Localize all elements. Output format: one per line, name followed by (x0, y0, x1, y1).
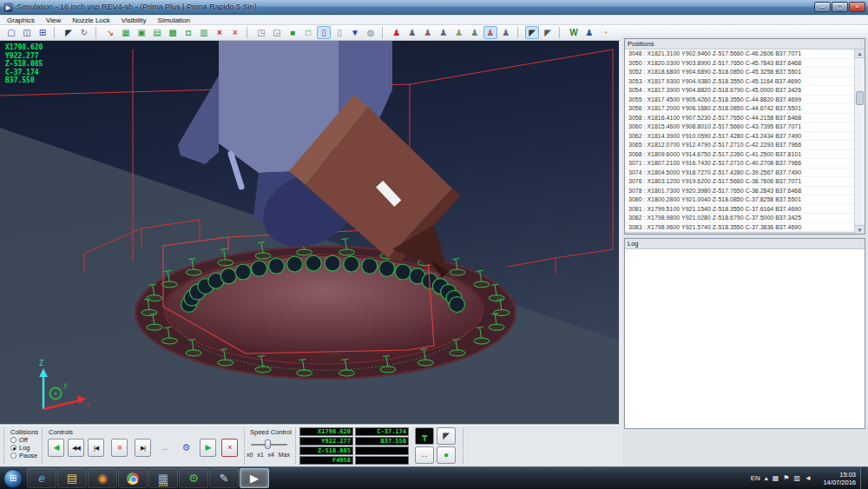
play-reverse-button[interactable]: ◀ (48, 439, 64, 457)
scene-canvas[interactable]: Z y x (0, 41, 619, 424)
play-button[interactable]: ▶ (200, 439, 216, 457)
solid-wire-icon[interactable]: □ (301, 26, 315, 39)
taskbar-windows-explorer[interactable]: ▤ (57, 468, 87, 488)
notes-view-icon[interactable]: ▯ (317, 26, 331, 39)
radio-pause-icon[interactable] (10, 453, 16, 459)
hands-jog-button[interactable]: ↔ (415, 446, 434, 464)
menu-simulation[interactable]: Simulation (158, 17, 190, 24)
nozzle-view-button[interactable]: ┳ (415, 427, 434, 445)
taskbar-media-player[interactable]: ◉ (88, 468, 117, 488)
position-row[interactable]: 3062 : X1814.3900 Y910.0590 Z-517.4280 C… (625, 132, 854, 142)
viewport-3d[interactable]: Z y x X1798.620Y922.277Z-518.085C-37.174… (0, 41, 619, 424)
scroll-down-icon[interactable]: ▼ (855, 225, 865, 234)
view-two-pane-icon[interactable]: ◫ (20, 26, 34, 39)
radio-off-icon[interactable] (10, 437, 16, 443)
show-clamps-icon[interactable]: ▩ (166, 26, 180, 39)
machine-pose-1-icon[interactable]: ♟ (405, 26, 419, 39)
position-row[interactable]: 3083 : X1798.9600 Y921.5740 Z-518.3550 C… (625, 223, 854, 233)
stop-button[interactable]: ■ (111, 439, 128, 457)
tray-grid-icon[interactable]: ▦ (773, 474, 779, 482)
fast-rewind-button[interactable]: ◀◀ (68, 439, 84, 457)
collision-option-pause[interactable]: Pause (10, 452, 37, 459)
position-row[interactable]: 3053 : X1817.9300 Y904.9380 Z-518.3550 C… (625, 77, 854, 87)
language-indicator[interactable]: EN (751, 474, 760, 482)
run-process-button[interactable]: ⚙ (177, 439, 195, 456)
tray-flag-icon[interactable]: ⚑ (783, 474, 789, 482)
pick-position-button[interactable]: ◤ (437, 427, 456, 445)
abort-button[interactable]: × (221, 439, 238, 457)
operator-remove-icon[interactable]: ♟ (390, 26, 404, 39)
show-head-icon[interactable]: ◘ (181, 26, 195, 39)
workcell-letters-icon[interactable]: W (567, 26, 581, 39)
show-desktop-button[interactable] (860, 467, 866, 489)
machine-pose-6-icon[interactable]: ♟ (483, 26, 497, 39)
run-to-collision-button[interactable]: → (155, 439, 174, 456)
show-fixture-icon[interactable]: ▤ (150, 26, 164, 39)
position-row[interactable]: 3074 : X1804.5000 Y918.7270 Z-517.4280 C… (625, 169, 854, 178)
operator-blue-icon[interactable]: ♟ (582, 26, 596, 39)
target-point-button[interactable]: ● (437, 446, 456, 464)
step-back-button[interactable]: |◀ (88, 439, 104, 457)
machine-pose-4-icon[interactable]: ♟ (452, 26, 466, 39)
taskbar-app-robot-cell[interactable]: ⚙ (179, 468, 208, 488)
clear-collision-marks-icon[interactable]: × (228, 26, 242, 39)
taskbar-app-design[interactable]: ✎ (209, 468, 239, 488)
taskbar-chrome[interactable] (118, 468, 148, 488)
machine-pose-7-icon[interactable]: ♟ (499, 26, 513, 39)
minimize-button[interactable]: – (814, 2, 831, 12)
collision-marks-icon[interactable]: × (213, 26, 227, 39)
fit-view-icon[interactable]: ↘ (103, 26, 117, 39)
frame-back-icon[interactable]: ◲ (270, 26, 284, 39)
clock[interactable]: 15:03 14/07/2016 (816, 471, 856, 486)
menu-view[interactable]: View (46, 17, 61, 24)
position-row[interactable]: 3056 : X1817.2000 Y906.1680 Z-518.0850 C… (625, 104, 854, 114)
position-row[interactable]: 3058 : X1816.4100 Y907.5230 Z-517.7650 C… (625, 114, 854, 123)
position-row[interactable]: 3082 : X1798.9800 Y921.0280 Z-518.6790 C… (625, 214, 854, 223)
document-view-icon[interactable]: ▯ (332, 26, 346, 39)
orbit-tool-icon[interactable]: ↻ (77, 26, 91, 39)
solid-shaded-icon[interactable]: ■ (286, 26, 299, 39)
step-forward-button[interactable]: ▶| (135, 439, 151, 457)
log-content[interactable] (625, 249, 865, 428)
session-clock-icon[interactable]: ◔ (598, 26, 612, 39)
menu-graphics[interactable]: Graphics (7, 17, 35, 24)
shield-filter-icon[interactable]: ▼ (348, 26, 362, 39)
position-row[interactable]: 3055 : X1817.4500 Y905.4260 Z-518.3550 C… (625, 96, 854, 105)
tray-volume-icon[interactable]: ◄ (805, 474, 812, 482)
material-drum-icon[interactable]: ◍ (364, 26, 378, 39)
machine-pose-5-icon[interactable]: ♟ (468, 26, 482, 39)
scroll-up-icon[interactable]: ▲ (855, 50, 865, 58)
select-cursor-icon[interactable]: ◤ (62, 26, 76, 39)
show-part-icon[interactable]: ▣ (135, 26, 148, 39)
radio-log-icon[interactable] (10, 445, 16, 451)
title-bar[interactable]: ▶ Simulation - 16 inch vsp REV4-sh - (Pr… (0, 0, 868, 15)
position-row[interactable]: 3065 : X1812.0700 Y912.4790 Z-517.2710 C… (625, 141, 854, 150)
scrollbar-track[interactable] (855, 58, 865, 225)
close-button[interactable]: × (849, 2, 865, 12)
taskbar-simulation-active[interactable]: ▶ (240, 468, 269, 488)
position-row[interactable]: 3050 : X1820.0300 Y903.8990 Z-517.7650 C… (625, 59, 854, 69)
maximize-button[interactable]: ▢ (832, 2, 848, 12)
tray-expand-icon[interactable]: ▴ (765, 474, 768, 482)
tray-display-icon[interactable]: ▥ (794, 474, 801, 482)
show-table-icon[interactable]: ▦ (119, 26, 133, 39)
collision-option-log[interactable]: Log (10, 444, 30, 452)
collision-option-off[interactable]: Off (10, 436, 28, 444)
pick-cursor-icon[interactable]: ◤ (525, 26, 539, 39)
view-four-pane-icon[interactable]: ⊞ (36, 26, 49, 39)
show-machine-icon[interactable]: ▥ (197, 26, 211, 39)
position-row[interactable]: 3078 : X1801.7300 Y920.3980 Z-517.7650 C… (625, 187, 854, 196)
position-row[interactable]: 3084 : X1798.6200 Y922.2770 Z-518.0850 C… (625, 232, 854, 234)
scrollbar-thumb[interactable] (856, 91, 864, 105)
position-row[interactable]: 3080 : X1800.2800 Y921.0040 Z-518.0850 C… (625, 195, 854, 205)
start-button[interactable]: ⊞ (3, 469, 23, 488)
menu-nozzle-lock[interactable]: Nozzle Lock (72, 17, 110, 24)
position-row[interactable]: 3068 : X1809.6000 Y914.6750 Z-517.2260 C… (625, 150, 854, 160)
view-single-icon[interactable]: ▢ (4, 26, 18, 39)
position-row[interactable]: 3052 : X1818.6800 Y904.6890 Z-518.0850 C… (625, 68, 854, 77)
position-row[interactable]: 3048 : X1821.3100 Y902.9460 Z-517.5660 C… (625, 50, 854, 59)
position-row[interactable]: 3081 : X1799.5100 Y921.1540 Z-518.3550 C… (625, 205, 854, 215)
taskbar-internet-explorer[interactable]: e (27, 468, 56, 488)
pick-cursor-add-icon[interactable]: ◤ (541, 26, 555, 39)
machine-pose-2-icon[interactable]: ♟ (421, 26, 435, 39)
